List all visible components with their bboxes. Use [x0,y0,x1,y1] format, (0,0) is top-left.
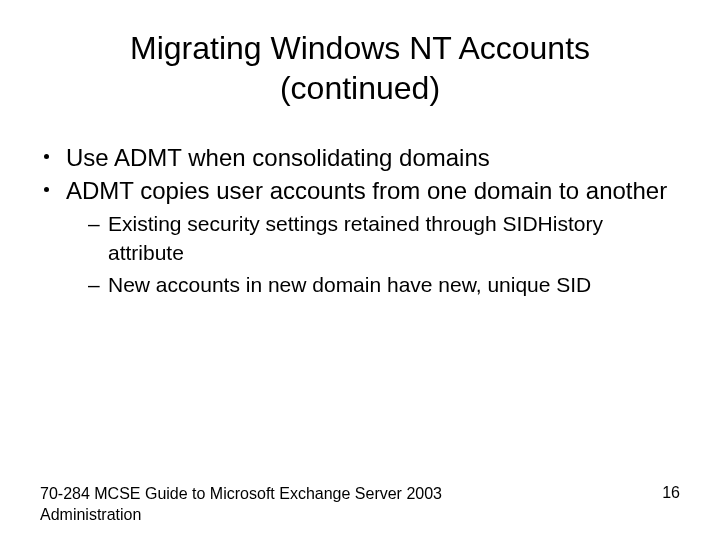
sub-bullet-list: – Existing security settings retained th… [40,210,680,299]
footer-source: 70-284 MCSE Guide to Microsoft Exchange … [40,484,480,526]
bullet-marker-icon [44,142,66,173]
bullet-marker-icon [44,175,66,206]
dash-marker-icon: – [88,271,108,299]
sub-bullet-text: New accounts in new domain have new, uni… [108,271,680,299]
sub-bullet-item: – Existing security settings retained th… [88,210,680,267]
slide-title: Migrating Windows NT Accounts (continued… [40,28,680,108]
bullet-list: Use ADMT when consolidating domains ADMT… [40,142,680,206]
slide-content: Use ADMT when consolidating domains ADMT… [40,142,680,299]
dash-marker-icon: – [88,210,108,238]
bullet-text: Use ADMT when consolidating domains [66,142,680,173]
slide-container: Migrating Windows NT Accounts (continued… [0,0,720,540]
sub-bullet-text: Existing security settings retained thro… [108,210,680,267]
slide-footer: 70-284 MCSE Guide to Microsoft Exchange … [40,484,680,526]
footer-page-number: 16 [662,484,680,502]
bullet-text: ADMT copies user accounts from one domai… [66,175,680,206]
bullet-item: Use ADMT when consolidating domains [44,142,680,173]
sub-bullet-item: – New accounts in new domain have new, u… [88,271,680,299]
bullet-item: ADMT copies user accounts from one domai… [44,175,680,206]
